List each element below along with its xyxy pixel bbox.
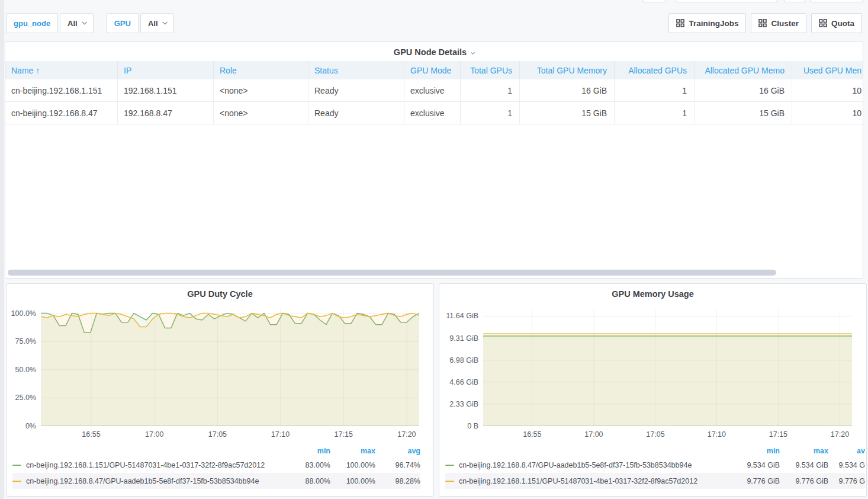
table-cell: <none> — [214, 79, 308, 101]
column-header-gpu-mode[interactable]: GPU Mode — [404, 61, 461, 79]
y-tick-label: 0% — [25, 422, 36, 430]
table-cell: 192.168.1.151 — [118, 79, 214, 101]
y-tick-label: 0 B — [467, 422, 478, 430]
x-tick-label: 17:20 — [831, 430, 849, 439]
column-header-total-gpus[interactable]: Total GPUs — [461, 61, 520, 79]
table-header-row: Name↑IPRoleStatusGPU ModeTotal GPUsTotal… — [5, 61, 863, 79]
legend-header-row: minmaxav — [445, 444, 865, 457]
table-cell: 1 — [615, 102, 695, 124]
panel-title-gpu-memory-usage[interactable]: GPU Memory Usage — [439, 284, 866, 299]
quota-link-button[interactable]: Quota — [811, 13, 862, 33]
panel-title-gpu-duty-cycle[interactable]: GPU Duty Cycle — [7, 284, 433, 299]
series-name[interactable]: cn-beijing.192.168.8.47/GPU-aadeb1b5-5e8… — [459, 461, 731, 469]
table-cell: cn-beijing.192.168.1.151 — [5, 79, 118, 101]
gpu-memory-usage-panel: GPU Memory Usage 11.64 GiB9.31 GiB6.98 G… — [439, 283, 867, 497]
cluster-link-button[interactable]: Cluster — [751, 13, 806, 33]
column-header-allocated-gpu-memo[interactable]: Allocated GPU Memo — [695, 61, 792, 79]
var-value-text: All — [148, 19, 158, 28]
legend-column-min[interactable]: min — [285, 447, 330, 455]
table-cell: 1 — [461, 79, 520, 101]
legend-column-min[interactable]: min — [731, 447, 780, 455]
panel-title-text: GPU Memory Usage — [612, 289, 694, 299]
column-header-label: Used GPU Men — [803, 66, 861, 75]
series-area — [41, 314, 419, 426]
clipped-toolbar-control — [676, 0, 777, 2]
y-tick-label: 11.64 GiB — [446, 312, 478, 320]
y-tick-label: 75.0% — [15, 337, 36, 346]
legend-row: cn-beijing.192.168.1.151/GPU-51487031-4b… — [12, 457, 420, 473]
duty-cycle-plot[interactable] — [41, 309, 419, 426]
panel-title-gpu-node-details[interactable]: GPU Node Details — [5, 42, 863, 57]
series-avg-value: 96.74% — [375, 461, 420, 469]
var-label-gpu-node[interactable]: gpu_node — [6, 13, 58, 33]
table-cell: Ready — [308, 102, 404, 124]
legend-column-avg[interactable]: avg — [375, 447, 420, 455]
sort-ascending-icon: ↑ — [36, 66, 40, 75]
column-header-used-gpu-men[interactable]: Used GPU Men — [792, 61, 863, 79]
series-name[interactable]: cn-beijing.192.168.8.47/GPU-aadeb1b5-5e8… — [26, 477, 285, 485]
column-header-status[interactable]: Status — [308, 61, 404, 79]
legend-column-max[interactable]: max — [780, 447, 828, 455]
x-tick-label: 17:10 — [271, 430, 290, 439]
x-tick-label: 17:05 — [646, 430, 664, 439]
table-cell: Ready — [308, 79, 404, 101]
x-tick-label: 17:05 — [208, 430, 227, 439]
series-name[interactable]: cn-beijing.192.168.1.151/GPU-51487031-4b… — [26, 461, 285, 469]
horizontal-scrollbar-thumb[interactable] — [8, 270, 776, 276]
column-header-allocated-gpus[interactable]: Allocated GPUs — [615, 61, 695, 79]
column-header-role[interactable]: Role — [214, 61, 308, 79]
link-label: Quota — [831, 19, 854, 28]
legend-column-max[interactable]: max — [330, 447, 375, 455]
column-header-label: GPU Mode — [410, 66, 451, 75]
column-header-total-gpu-memory[interactable]: Total GPU Memory — [520, 61, 615, 79]
y-tick-label: 100.0% — [11, 309, 36, 318]
series-min-value: 83.00% — [285, 461, 330, 469]
series-max-value: 100.00% — [330, 477, 375, 485]
series-color-dash[interactable] — [12, 481, 21, 482]
panel-title-text: GPU Node Details — [394, 47, 467, 57]
series-color-dash[interactable] — [12, 465, 21, 466]
y-tick-label: 6.98 GiB — [449, 356, 478, 364]
link-label: TrainingJobs — [689, 19, 738, 28]
column-header-label: Total GPUs — [470, 66, 512, 75]
x-tick-label: 17:10 — [708, 430, 726, 439]
series-min-value: 9.776 GiB — [731, 477, 780, 485]
gpu-duty-cycle-panel: GPU Duty Cycle 100.0%75.0%50.0%25.0%0% 1… — [6, 283, 434, 497]
column-header-ip[interactable]: IP — [118, 61, 214, 79]
column-header-label: Name — [11, 66, 33, 75]
x-tick-label: 17:00 — [145, 430, 163, 439]
chart-canvas — [41, 309, 419, 426]
legend-row: cn-beijing.192.168.1.151/GPU-51487031-4b… — [445, 473, 865, 489]
dashboard-links: TrainingJobs Cluster Quota — [668, 13, 862, 33]
panel-title-text: GPU Duty Cycle — [187, 289, 252, 299]
link-label: Cluster — [771, 19, 799, 28]
table-cell: 10 — [792, 102, 863, 124]
var-label-text: gpu_node — [14, 19, 50, 28]
chart-legend: minmaxavcn-beijing.192.168.8.47/GPU-aade… — [445, 444, 865, 489]
series-name[interactable]: cn-beijing.192.168.1.151/GPU-51487031-4b… — [459, 477, 731, 485]
legend-column-av[interactable]: av — [828, 447, 865, 455]
trainingjobs-link-button[interactable]: TrainingJobs — [668, 13, 746, 33]
series-color-dash[interactable] — [445, 481, 454, 482]
table-cell: exclusive — [404, 102, 461, 124]
var-label-gpu[interactable]: GPU — [107, 13, 139, 33]
x-tick-label: 17:15 — [335, 430, 353, 439]
table-row[interactable]: cn-beijing.192.168.8.47192.168.8.47<none… — [5, 102, 863, 124]
dashboard-grid-icon — [819, 19, 827, 27]
column-header-name[interactable]: Name↑ — [5, 61, 118, 79]
series-area — [483, 334, 852, 426]
var-select-gpu-node[interactable]: All — [60, 13, 94, 33]
chart-legend: minmaxavgcn-beijing.192.168.1.151/GPU-51… — [12, 444, 420, 489]
y-tick-label: 25.0% — [15, 394, 36, 402]
x-tick-label: 17:20 — [397, 430, 416, 439]
y-tick-label: 2.33 GiB — [449, 400, 478, 408]
table-cell: 10 — [792, 79, 863, 101]
series-color-dash[interactable] — [445, 465, 454, 466]
var-select-gpu[interactable]: All — [140, 13, 174, 33]
table-cell: 1 — [461, 102, 520, 124]
series-max-value: 9.534 GiB — [780, 461, 828, 469]
memory-usage-plot[interactable] — [483, 309, 852, 426]
x-axis: 16:5517:0017:0517:1017:1517:20 — [483, 430, 852, 440]
table-row[interactable]: cn-beijing.192.168.1.151192.168.1.151<no… — [5, 79, 863, 102]
dashboard-grid-icon — [676, 19, 684, 27]
